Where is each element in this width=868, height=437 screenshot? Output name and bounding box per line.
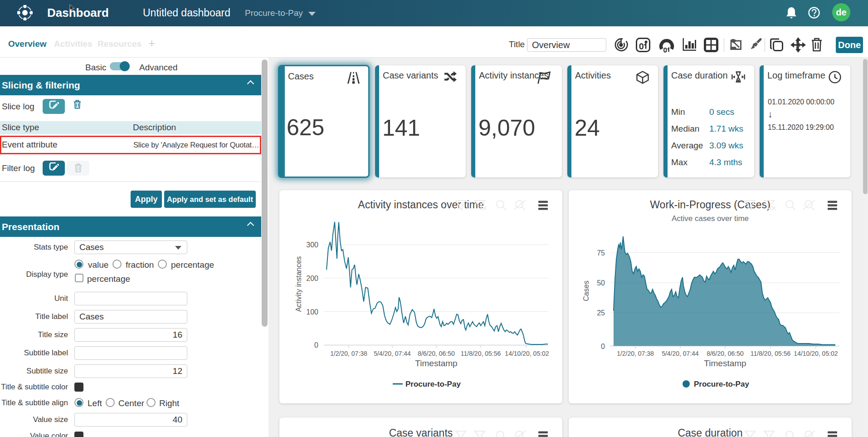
- svg-text:Timestamp: Timestamp: [704, 358, 746, 368]
- svg-text:0: 0: [314, 341, 318, 349]
- svg-text:Procure-to-Pay: Procure-to-Pay: [405, 380, 461, 388]
- svg-text:1/2/20, 07:38: 1/2/20, 07:38: [617, 350, 654, 357]
- svg-text:14/10/20, 05:02: 14/10/20, 05:02: [794, 350, 838, 357]
- svg-text:100: 100: [306, 308, 318, 316]
- svg-text:14/10/20, 05:02: 14/10/20, 05:02: [505, 350, 549, 357]
- svg-text:Procure-to-Pay: Procure-to-Pay: [694, 380, 749, 388]
- svg-text:Cases: Cases: [582, 280, 590, 301]
- svg-text:Activity instances: Activity instances: [295, 256, 302, 312]
- svg-text:5/4/20, 07:44: 5/4/20, 07:44: [374, 350, 411, 357]
- svg-text:50: 50: [597, 279, 605, 287]
- svg-text:Timestamp: Timestamp: [415, 358, 457, 368]
- svg-text:1/2/20, 07:38: 1/2/20, 07:38: [330, 350, 367, 357]
- svg-text:200: 200: [306, 275, 318, 282]
- svg-text:8/6/20, 06:50: 8/6/20, 06:50: [418, 350, 455, 357]
- svg-text:11/8/20, 05:56: 11/8/20, 05:56: [751, 350, 791, 357]
- svg-text:11/8/20, 05:56: 11/8/20, 05:56: [461, 350, 501, 357]
- svg-text:5/4/20, 07:44: 5/4/20, 07:44: [662, 350, 699, 357]
- svg-text:25: 25: [597, 309, 605, 317]
- svg-text:8/6/20, 06:50: 8/6/20, 06:50: [707, 350, 744, 357]
- svg-text:75: 75: [597, 249, 605, 257]
- svg-text:0: 0: [601, 343, 605, 350]
- svg-text:300: 300: [306, 241, 318, 249]
